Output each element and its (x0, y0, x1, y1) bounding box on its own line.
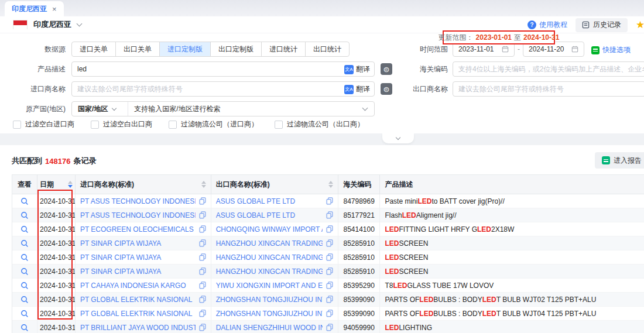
copy-icon[interactable] (326, 211, 333, 219)
exporter-link[interactable]: ASUS GLOBAL PTE LTD (216, 211, 323, 219)
exporter-link[interactable]: HANGZHOU XINGCAN TRADING CO LTD (216, 253, 323, 262)
copy-icon[interactable] (326, 267, 333, 275)
copy-icon[interactable] (326, 253, 333, 261)
collapse-form-button[interactable] (382, 133, 414, 143)
origin-type-select[interactable]: 国家/地区 (72, 102, 128, 116)
view-cell[interactable] (12, 279, 37, 293)
history-button[interactable]: 历史记录 (576, 18, 628, 32)
view-cell[interactable] (12, 293, 37, 307)
copy-icon[interactable] (199, 267, 206, 275)
data-source-tab[interactable]: 进口定制版 (159, 42, 210, 56)
enter-report-button[interactable]: 进入报告 (595, 152, 644, 169)
view-magnifier-icon[interactable] (20, 267, 29, 276)
copy-icon[interactable] (326, 310, 333, 317)
exporter-link[interactable]: ZHONGSHAN TONGJIUZHOU INTERNA... (216, 296, 323, 304)
exporter-link[interactable]: CHONGQING WINWAY IMPORT AND E... (216, 225, 323, 234)
product-desc-input[interactable]: led 文A 翻译 (71, 61, 375, 77)
exporter-link[interactable]: DALIAN SHENGZHIHUI WOOD INDUST... (216, 324, 323, 332)
translate-button[interactable]: 文A 翻译 (344, 84, 370, 94)
filter-checkbox[interactable]: 过滤空白进口商 (13, 119, 74, 129)
copy-icon[interactable] (199, 197, 206, 205)
filter-checkbox[interactable]: 过滤物流公司（出口商） (275, 119, 364, 129)
exporter-input[interactable]: 建议去除公司尾部字符或特殊符号 (453, 81, 644, 97)
importer-link[interactable]: PT SINAR CIPTA WIJAYA (80, 239, 196, 248)
importer-link[interactable]: PT SINAR CIPTA WIJAYA (80, 253, 196, 262)
exporter-link[interactable]: HANGZHOU XINGCAN TRADING CO LTD (216, 239, 323, 248)
column-header[interactable]: 进口商名称(标准) (76, 175, 211, 194)
copy-icon[interactable] (199, 324, 206, 331)
view-cell[interactable] (12, 321, 37, 333)
tutorial-link[interactable]: ? 使用教程 (527, 20, 567, 30)
copy-icon[interactable] (199, 225, 206, 233)
origin-input[interactable]: 国家/地区 支持输入国家/地区进行检索 (71, 101, 375, 116)
view-cell[interactable] (12, 265, 37, 279)
copy-icon[interactable] (326, 296, 333, 303)
view-cell[interactable] (12, 194, 37, 208)
copy-icon[interactable] (326, 197, 333, 205)
filter-checkbox[interactable]: 过滤空白出口商 (91, 119, 152, 129)
view-cell[interactable] (12, 208, 37, 222)
highlighted-keyword: LED (393, 281, 407, 290)
tab-indonesia[interactable]: 印度尼西亚 × (5, 1, 64, 16)
checkbox-icon[interactable] (275, 121, 283, 129)
importer-link[interactable]: PT GLOBAL ELEKTRIK NASIONAL (80, 310, 196, 318)
view-magnifier-icon[interactable] (20, 281, 29, 290)
checkbox-icon[interactable] (169, 121, 177, 129)
hs-code-input[interactable]: 支持4位以上海关编码，或2位海关编码加上产品描述、企业名称的任意信息 (453, 61, 644, 77)
exporter-link[interactable]: ZHONGSHAN TONGJIUZHOU INTERNA... (216, 310, 323, 318)
data-source-tab[interactable]: 进口统计 (261, 42, 305, 56)
checkbox-icon[interactable] (91, 121, 99, 129)
view-magnifier-icon[interactable] (20, 296, 29, 304)
copy-icon[interactable] (199, 211, 206, 219)
exact-match-icon[interactable]: ⊜ (381, 83, 392, 95)
copy-icon[interactable] (199, 239, 206, 247)
copy-icon[interactable] (326, 225, 333, 233)
translate-button[interactable]: 文A 翻译 (344, 64, 370, 74)
view-magnifier-icon[interactable] (20, 225, 29, 234)
importer-link[interactable]: PT ASUS TECHNOLOGY INDONESIA BA... (80, 211, 196, 219)
copy-icon[interactable] (199, 281, 206, 289)
view-magnifier-icon[interactable] (20, 197, 29, 205)
filter-checkbox[interactable]: 过滤物流公司（进口商） (169, 119, 258, 129)
close-icon[interactable]: × (52, 5, 57, 13)
view-cell[interactable] (12, 222, 37, 236)
importer-link[interactable]: PT ECOGREEN OLEOCHEMICALS (80, 225, 196, 234)
favorite-star-icon[interactable]: ★ (636, 19, 644, 31)
copy-icon[interactable] (199, 310, 206, 317)
importer-link[interactable]: PT GLOBAL ELEKTRIK NASIONAL (80, 296, 196, 304)
view-magnifier-icon[interactable] (20, 324, 29, 332)
copy-icon[interactable] (326, 239, 333, 247)
view-cell[interactable] (12, 307, 37, 321)
view-magnifier-icon[interactable] (20, 253, 29, 262)
view-magnifier-icon[interactable] (20, 211, 29, 219)
data-source-tab[interactable]: 进口关单 (72, 42, 115, 56)
quick-options-link[interactable]: 快捷选项 (591, 45, 631, 55)
view-magnifier-icon[interactable] (20, 239, 29, 248)
sort-carets-icon[interactable] (64, 181, 73, 188)
copy-icon[interactable] (326, 281, 333, 289)
view-cell[interactable] (12, 236, 37, 250)
exact-match-icon[interactable]: ⊜ (381, 63, 392, 75)
data-source-tab[interactable]: 出口关单 (115, 42, 159, 56)
column-header[interactable]: 日期 (37, 175, 76, 194)
importer-link[interactable]: PT SINAR CIPTA WIJAYA (80, 267, 196, 276)
view-magnifier-icon[interactable] (20, 310, 29, 318)
sort-carets-icon[interactable] (325, 181, 333, 188)
importer-link[interactable]: PT CAHAYA INDONESIA KARGO (80, 281, 196, 290)
chevron-down-icon[interactable] (77, 20, 83, 26)
copy-icon[interactable] (199, 296, 206, 303)
copy-icon[interactable] (199, 253, 206, 261)
checkbox-icon[interactable] (13, 121, 21, 129)
exporter-link[interactable]: ASUS GLOBAL PTE LTD (216, 197, 323, 205)
column-header[interactable]: 出口商名称(标准) (211, 175, 339, 194)
view-cell[interactable] (12, 250, 37, 265)
data-source-tab[interactable]: 出口统计 (305, 42, 349, 56)
exporter-link[interactable]: YIWU XIONGXIN IMPORT AND EXPORT... (216, 281, 323, 290)
importer-link[interactable]: PT ASUS TECHNOLOGY INDONESIA BA... (80, 197, 196, 205)
copy-icon[interactable] (326, 324, 333, 331)
data-source-tab[interactable]: 出口定制版 (210, 42, 261, 56)
importer-link[interactable]: PT BRILLIANT JAYA WOOD INDUSTRY (80, 324, 196, 332)
exporter-link[interactable]: HANGZHOU XINGCAN TRADING CO LTD (216, 267, 323, 276)
importer-input[interactable]: 建议去除公司尾部字符或特殊符号 文A 翻译 (71, 81, 375, 97)
sort-carets-icon[interactable] (198, 181, 206, 188)
